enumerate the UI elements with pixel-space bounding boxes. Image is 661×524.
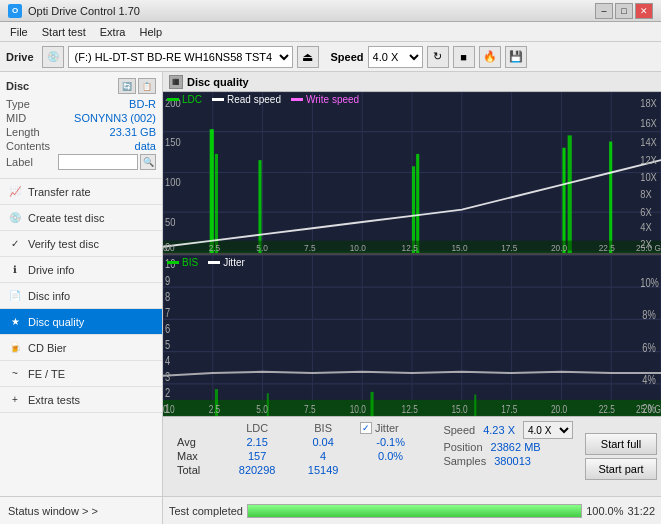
svg-text:8X: 8X [640, 189, 652, 201]
speed-select[interactable]: 4.0 X [368, 46, 423, 68]
svg-text:5.0: 5.0 [256, 242, 268, 253]
svg-rect-24 [568, 135, 572, 253]
svg-text:10.0: 10.0 [350, 403, 366, 415]
svg-text:22.5: 22.5 [599, 242, 615, 253]
samples-value: 380013 [494, 455, 531, 467]
svg-text:6: 6 [165, 322, 170, 335]
svg-text:4: 4 [165, 354, 170, 367]
sidebar-item-disc-info[interactable]: 📄 Disc info [0, 283, 162, 309]
dq-titlebar: ▦ Disc quality [163, 72, 661, 92]
stats-col-empty [171, 421, 222, 435]
media-button[interactable]: ■ [453, 46, 475, 68]
svg-text:9: 9 [165, 273, 170, 286]
speed-stat-label: Speed [443, 424, 475, 436]
menu-file[interactable]: File [4, 24, 34, 40]
svg-text:10X: 10X [640, 171, 657, 183]
burn-button[interactable]: 🔥 [479, 46, 501, 68]
menu-start-test[interactable]: Start test [36, 24, 92, 40]
menu-help[interactable]: Help [133, 24, 168, 40]
start-full-button[interactable]: Start full [585, 433, 657, 455]
disc-length-label: Length [6, 126, 40, 138]
app-icon: O [8, 4, 22, 18]
time-display: 31:22 [627, 505, 655, 517]
svg-text:8%: 8% [642, 308, 656, 321]
sidebar-item-label: Drive info [28, 264, 74, 276]
drive-label: Drive [6, 51, 34, 63]
top-chart-svg: 200 150 100 50 0 18X 16X 14X 12X 10X 8X … [163, 92, 661, 253]
sidebar-item-transfer-rate[interactable]: 📈 Transfer rate [0, 179, 162, 205]
menu-extra[interactable]: Extra [94, 24, 132, 40]
svg-text:150: 150 [165, 137, 181, 149]
disc-label-btn[interactable]: 🔍 [140, 154, 156, 170]
svg-text:20.0: 20.0 [551, 403, 567, 415]
minimize-button[interactable]: – [595, 3, 613, 19]
stats-col-bis: BIS [292, 421, 354, 435]
disc-section-title: Disc [6, 80, 29, 92]
disc-section: Disc 🔄 📋 Type BD-R MID SONYNN3 (002) Len… [0, 72, 162, 179]
write-speed-legend-dot [291, 98, 303, 101]
svg-rect-19 [215, 154, 218, 253]
eject-button[interactable]: ⏏ [297, 46, 319, 68]
verify-test-disc-icon: ✓ [8, 237, 22, 251]
drive-info-icon: ℹ [8, 263, 22, 277]
sidebar-item-create-test-disc[interactable]: 💿 Create test disc [0, 205, 162, 231]
disc-icon-1[interactable]: 🔄 [118, 78, 136, 94]
status-window-btn[interactable]: Status window > > [0, 496, 162, 524]
stats-max-bis: 4 [292, 449, 354, 463]
sidebar-item-cd-bier[interactable]: 🍺 CD Bier [0, 335, 162, 361]
disc-quality-panel: ▦ Disc quality LDC [163, 72, 661, 496]
disc-type-label: Type [6, 98, 30, 110]
jitter-header-label: Jitter [375, 422, 399, 434]
sidebar-item-label: CD Bier [28, 342, 67, 354]
svg-text:2.5: 2.5 [209, 403, 221, 415]
refresh-button[interactable]: ↻ [427, 46, 449, 68]
sidebar-item-fe-te[interactable]: ~ FE / TE [0, 361, 162, 387]
titlebar-left: O Opti Drive Control 1.70 [8, 4, 140, 18]
disc-contents-row: Contents data [6, 140, 156, 152]
disc-header: Disc 🔄 📋 [6, 78, 156, 94]
svg-rect-25 [609, 142, 612, 253]
jitter-checkbox[interactable]: ✓ [360, 422, 372, 434]
write-speed-legend: Write speed [291, 94, 359, 105]
svg-text:25.0 GB: 25.0 GB [636, 403, 661, 415]
svg-text:7: 7 [165, 306, 170, 319]
svg-text:17.5: 17.5 [501, 403, 517, 415]
maximize-button[interactable]: □ [615, 3, 633, 19]
jitter-legend-label: Jitter [223, 257, 245, 268]
disc-icons: 🔄 📋 [118, 78, 156, 94]
svg-text:25.0 GB: 25.0 GB [636, 242, 661, 253]
dq-title: Disc quality [187, 76, 249, 88]
svg-text:22.5: 22.5 [599, 403, 615, 415]
jitter-legend-dot [208, 261, 220, 264]
svg-text:4X: 4X [640, 221, 652, 233]
start-part-button[interactable]: Start part [585, 458, 657, 480]
sidebar-item-drive-info[interactable]: ℹ Drive info [0, 257, 162, 283]
svg-rect-73 [371, 392, 374, 416]
fe-te-icon: ~ [8, 367, 22, 381]
svg-text:50: 50 [165, 216, 176, 228]
speed-stat-value: 4.23 X [483, 424, 515, 436]
status-window-label: Status window > > [8, 505, 98, 517]
drive-select[interactable]: (F:) HL-DT-ST BD-RE WH16NS58 TST4 [68, 46, 293, 68]
cd-bier-icon: 🍺 [8, 341, 22, 355]
disc-label-input[interactable] [58, 154, 138, 170]
close-button[interactable]: ✕ [635, 3, 653, 19]
disc-icon-2[interactable]: 📋 [138, 78, 156, 94]
stats-max-label: Max [171, 449, 222, 463]
sidebar-item-verify-test-disc[interactable]: ✓ Verify test disc [0, 231, 162, 257]
sidebar-item-extra-tests[interactable]: + Extra tests [0, 387, 162, 413]
svg-text:6X: 6X [640, 206, 652, 218]
svg-text:100: 100 [165, 176, 181, 188]
svg-text:6%: 6% [642, 340, 656, 353]
svg-text:0.0: 0.0 [163, 403, 175, 415]
charts-wrapper: LDC Read speed Write speed [163, 92, 661, 416]
sidebar: Disc 🔄 📋 Type BD-R MID SONYNN3 (002) Len… [0, 72, 163, 524]
bottom-legend: BIS Jitter [167, 257, 245, 268]
disc-type-value: BD-R [129, 98, 156, 110]
sidebar-item-disc-quality[interactable]: ★ Disc quality [0, 309, 162, 335]
titlebar-controls: – □ ✕ [595, 3, 653, 19]
bottom-chart: BIS Jitter [163, 255, 661, 416]
statusbar: Test completed 100.0% 31:22 [163, 496, 661, 524]
save-button[interactable]: 💾 [505, 46, 527, 68]
speed-stat-select[interactable]: 4.0 X [523, 421, 573, 439]
